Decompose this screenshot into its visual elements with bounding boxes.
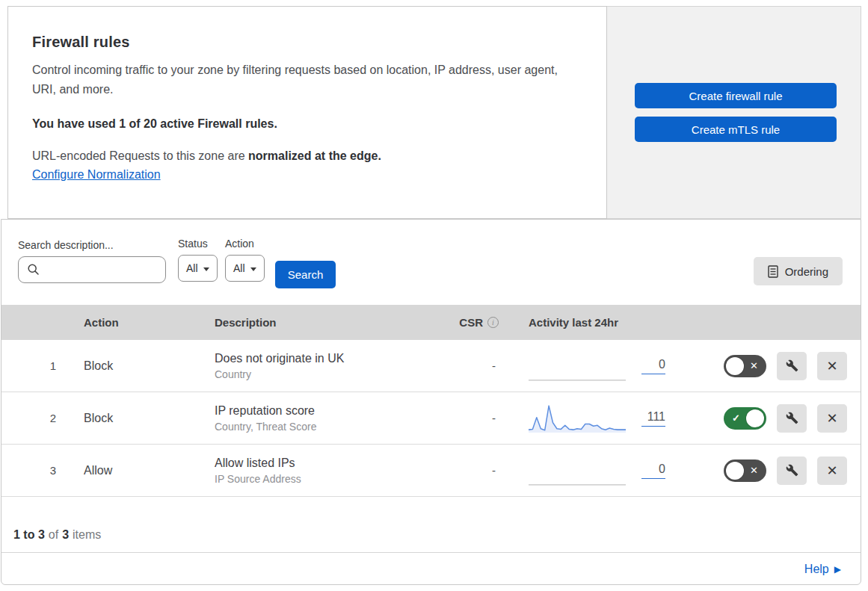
- action-select-value: All: [233, 262, 245, 274]
- usage-text: You have used 1 of 20 active Firewall ru…: [32, 117, 576, 131]
- edit-rule-button[interactable]: [777, 457, 807, 485]
- ordering-list-icon: [768, 265, 778, 278]
- rule-priority: 1: [1, 359, 67, 372]
- header-section: Firewall rules Control incoming traffic …: [7, 6, 861, 219]
- chevron-down-icon: [203, 267, 209, 271]
- rule-priority: 2: [1, 412, 67, 424]
- rule-csr: -: [431, 412, 499, 424]
- table-body: 1 Block Does not originate in UK Country…: [1, 340, 861, 497]
- toggle-knob: [726, 462, 744, 480]
- rules-card: Search description... Status All Action: [1, 219, 861, 585]
- filter-bar: Search description... Status All Action: [1, 220, 861, 305]
- rule-action: Allow: [67, 464, 198, 477]
- wrench-icon: [786, 464, 798, 477]
- page-description: Control incoming traffic to your zone by…: [32, 61, 576, 99]
- arrow-right-icon: ▶: [834, 564, 841, 575]
- status-label: Status: [178, 238, 218, 250]
- toggle-state-icon: ✕: [750, 355, 758, 377]
- rule-activity-cell: 0: [499, 351, 689, 381]
- normalization-text: URL-encoded Requests to this zone are no…: [32, 149, 576, 163]
- info-icon[interactable]: i: [487, 317, 499, 328]
- activity-sparkline: [529, 456, 626, 486]
- search-label: Search description...: [18, 239, 166, 251]
- edit-rule-button[interactable]: [777, 404, 807, 433]
- status-select[interactable]: All: [178, 255, 218, 282]
- summary-total: 3: [62, 528, 69, 541]
- action-label: Action: [225, 238, 265, 250]
- rule-description-cell: Allow listed IPs IP Source Address: [198, 457, 431, 485]
- col-csr-label: CSR: [459, 316, 483, 329]
- intro-card: Firewall rules Control incoming traffic …: [7, 6, 607, 219]
- activity-sparkline: [529, 351, 626, 381]
- rule-description: Allow listed IPs: [215, 457, 431, 470]
- activity-count-link[interactable]: 0: [641, 462, 665, 479]
- toggle-state-icon: ✓: [732, 407, 740, 430]
- summary-of: of: [49, 528, 58, 542]
- toggle-state-icon: ✕: [750, 460, 758, 482]
- wrench-icon: [786, 412, 798, 424]
- rule-action: Block: [67, 412, 198, 425]
- rule-controls: ✓ ✕: [689, 404, 861, 433]
- summary-range: 1 to 3: [13, 528, 45, 541]
- close-icon: ✕: [826, 410, 837, 427]
- col-action-header: Action: [67, 316, 198, 329]
- rule-action: Block: [67, 359, 198, 373]
- create-firewall-rule-button[interactable]: Create firewall rule: [635, 83, 837, 108]
- rule-controls: ✕ ✕: [689, 457, 861, 485]
- search-button[interactable]: Search: [275, 261, 336, 288]
- search-icon: [27, 263, 40, 276]
- rule-controls: ✕ ✕: [689, 352, 861, 380]
- table-row: 3 Allow Allow listed IPs IP Source Addre…: [1, 445, 861, 497]
- help-link-label: Help: [804, 563, 829, 576]
- wrench-icon: [786, 359, 798, 372]
- activity-count-link[interactable]: 111: [641, 410, 665, 427]
- chevron-down-icon: [250, 267, 256, 271]
- status-select-value: All: [186, 262, 198, 274]
- configure-normalization-link[interactable]: Configure Normalization: [32, 168, 161, 182]
- search-group: Search description...: [18, 239, 166, 283]
- normalization-prefix: URL-encoded Requests to this zone are: [32, 149, 248, 162]
- table-row: 1 Block Does not originate in UK Country…: [1, 340, 861, 392]
- search-input[interactable]: [18, 256, 166, 283]
- delete-rule-button[interactable]: ✕: [817, 404, 847, 433]
- delete-rule-button[interactable]: ✕: [817, 352, 847, 380]
- rule-enabled-toggle[interactable]: ✓: [724, 407, 766, 430]
- rule-fields: Country: [215, 368, 431, 380]
- rule-description-cell: Does not originate in UK Country: [198, 352, 431, 380]
- rule-fields: Country, Threat Score: [215, 421, 431, 433]
- summary-items: items: [73, 528, 101, 542]
- rule-priority: 3: [1, 464, 67, 477]
- toggle-knob: [746, 409, 764, 427]
- col-csr-header: CSR i: [431, 316, 499, 329]
- rule-enabled-toggle[interactable]: ✕: [724, 355, 766, 377]
- rule-activity-cell: 0: [499, 456, 689, 486]
- activity-sparkline: [529, 403, 626, 433]
- col-activity-header: Activity last 24hr: [499, 316, 689, 329]
- activity-count-link[interactable]: 0: [641, 358, 665, 374]
- close-icon: ✕: [826, 462, 837, 479]
- table-header: Action Description CSR i Activity last 2…: [1, 305, 861, 340]
- create-mtls-rule-button[interactable]: Create mTLS rule: [635, 117, 837, 142]
- normalization-bold: normalized at the edge.: [248, 149, 381, 162]
- rule-description-cell: IP reputation score Country, Threat Scor…: [198, 404, 431, 433]
- firewall-rules-page: Firewall rules Control incoming traffic …: [0, 0, 868, 591]
- col-description-header: Description: [198, 316, 431, 329]
- ordering-button[interactable]: Ordering: [754, 257, 843, 285]
- actions-panel: Create firewall rule Create mTLS rule: [607, 6, 861, 219]
- rule-csr: -: [431, 359, 499, 372]
- rule-csr: -: [431, 464, 499, 477]
- delete-rule-button[interactable]: ✕: [817, 457, 847, 485]
- help-link[interactable]: Help ▶: [804, 563, 841, 576]
- rule-fields: IP Source Address: [215, 473, 431, 485]
- page-title: Firewall rules: [32, 34, 576, 51]
- pagination-summary: 1 to 3 of 3 items: [1, 497, 861, 553]
- help-bar: Help ▶: [1, 553, 861, 586]
- action-filter-group: Action All: [225, 238, 265, 282]
- action-select[interactable]: All: [225, 255, 265, 282]
- rule-enabled-toggle[interactable]: ✕: [724, 460, 766, 482]
- edit-rule-button[interactable]: [777, 352, 807, 380]
- rule-description: Does not originate in UK: [215, 352, 431, 365]
- rule-description: IP reputation score: [215, 404, 431, 418]
- status-filter-group: Status All: [178, 238, 218, 282]
- ordering-button-label: Ordering: [785, 265, 828, 278]
